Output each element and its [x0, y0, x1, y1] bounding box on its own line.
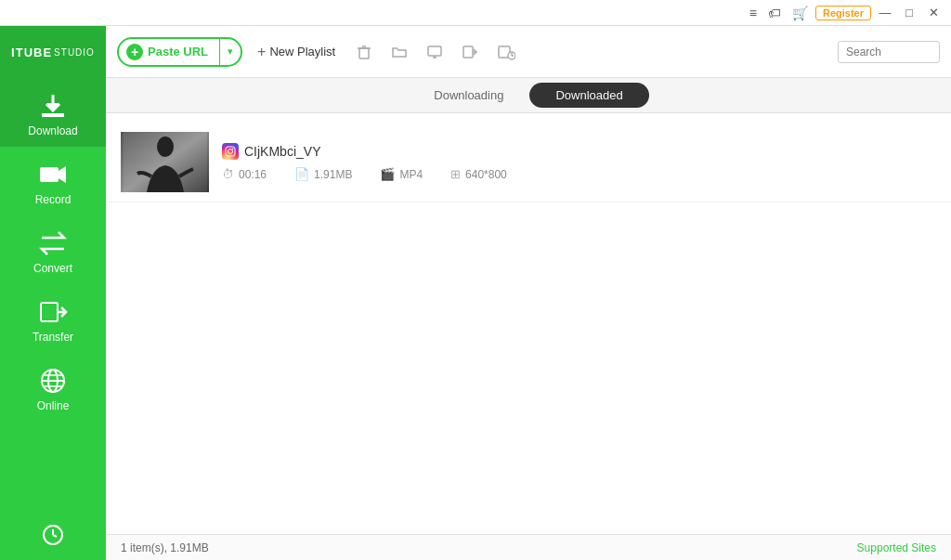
resolution-icon: ⊞: [450, 167, 461, 181]
sidebar-clock: [42, 524, 64, 551]
sidebar-logo: ITUBE STUDIO: [0, 26, 106, 78]
close-button[interactable]: ✕: [923, 3, 944, 23]
filesize-value: 1.91MB: [314, 168, 352, 181]
convert-button[interactable]: [491, 39, 521, 65]
new-playlist-plus-icon: +: [257, 44, 266, 60]
duration-value: 00:16: [239, 168, 267, 181]
sidebar-item-label-convert: Convert: [33, 262, 72, 275]
sidebar-item-transfer[interactable]: Transfer: [0, 284, 106, 353]
online-icon: [38, 366, 68, 396]
svg-rect-18: [428, 46, 441, 56]
meta-duration: ⏱ 00:16: [222, 167, 267, 181]
meta-filesize: 📄 1.91MB: [294, 167, 352, 181]
title-bar: ≡ 🏷 🛒 Register — □ ✕: [0, 0, 951, 26]
sidebar-item-download[interactable]: Download: [0, 78, 106, 147]
logo-studio: STUDIO: [54, 47, 95, 58]
tab-downloaded[interactable]: Downloaded: [529, 83, 648, 108]
paste-url-label: Paste URL: [148, 45, 208, 59]
move-button[interactable]: [456, 40, 484, 64]
toolbar: + Paste URL ▾ + New Playlist: [106, 26, 951, 78]
record-icon: [38, 160, 68, 189]
svg-rect-15: [359, 48, 369, 59]
paste-url-dropdown-arrow[interactable]: ▾: [220, 39, 241, 65]
search-input[interactable]: [838, 41, 940, 63]
transfer-icon: [38, 297, 68, 327]
tab-downloading[interactable]: Downloading: [408, 83, 529, 108]
thumbnail-svg: [124, 132, 207, 192]
svg-rect-1: [42, 113, 64, 116]
thumbnail-image: [121, 132, 209, 192]
trash-icon: [356, 44, 372, 60]
maximize-button[interactable]: □: [899, 3, 919, 23]
svg-line-14: [53, 535, 57, 537]
convert-icon: [38, 228, 68, 258]
sidebar-item-record[interactable]: Record: [0, 147, 106, 215]
svg-point-29: [157, 137, 174, 157]
sidebar-item-label-online: Online: [37, 399, 70, 412]
plus-circle-icon: +: [126, 44, 143, 60]
minimize-button[interactable]: —: [875, 3, 895, 23]
convert-tool-icon: [497, 43, 515, 61]
folder-button[interactable]: [385, 40, 413, 64]
svg-rect-5: [41, 303, 58, 321]
supported-sites-link[interactable]: Supported Sites: [857, 541, 936, 554]
app-body: ITUBE STUDIO Download Record: [0, 26, 951, 560]
svg-rect-30: [226, 147, 235, 156]
move-icon: [462, 44, 478, 60]
sidebar: ITUBE STUDIO Download Record: [0, 26, 106, 560]
monitor-icon: [426, 44, 443, 60]
svg-point-31: [228, 150, 233, 154]
item-title-row: CIjKMbci_VY: [222, 143, 936, 160]
new-playlist-button[interactable]: + New Playlist: [250, 44, 343, 60]
register-button[interactable]: Register: [815, 6, 871, 20]
resolution-value: 640*800: [465, 168, 507, 181]
sidebar-item-label-record: Record: [35, 193, 72, 206]
meta-format: 🎬 MP4: [380, 167, 423, 181]
logo-itube: ITUBE: [11, 46, 52, 59]
status-text: 1 item(s), 1.91MB: [121, 541, 209, 554]
svg-point-32: [232, 149, 234, 150]
sidebar-item-online[interactable]: Online: [0, 353, 106, 422]
file-size-icon: 📄: [294, 167, 309, 181]
instagram-icon: [222, 143, 239, 160]
tag-icon-btn[interactable]: 🏷: [764, 4, 785, 22]
paste-url-button[interactable]: + Paste URL ▾: [117, 37, 242, 67]
tabs-bar: Downloading Downloaded: [106, 78, 951, 113]
item-meta: ⏱ 00:16 📄 1.91MB 🎬 MP4 ⊞: [222, 167, 936, 181]
format-value: MP4: [399, 168, 423, 181]
sidebar-item-convert[interactable]: Convert: [0, 215, 106, 284]
sidebar-item-label-download: Download: [28, 124, 77, 137]
format-icon: 🎬: [380, 167, 395, 181]
item-info: CIjKMbci_VY ⏱ 00:16 📄 1.91MB 🎬: [222, 143, 936, 181]
svg-rect-3: [40, 167, 59, 182]
item-thumbnail: [121, 132, 209, 192]
item-title: CIjKMbci_VY: [244, 144, 320, 159]
clock-icon: ⏱: [222, 167, 234, 181]
table-row: CIjKMbci_VY ⏱ 00:16 📄 1.91MB 🎬: [106, 123, 951, 202]
main-content: + Paste URL ▾ + New Playlist: [106, 26, 951, 560]
content-area: CIjKMbci_VY ⏱ 00:16 📄 1.91MB 🎬: [106, 113, 951, 534]
new-playlist-label: New Playlist: [269, 45, 335, 59]
monitor-button[interactable]: [421, 40, 449, 64]
delete-button[interactable]: [350, 40, 378, 64]
title-bar-icons: ≡ 🏷 🛒 Register — □ ✕: [746, 3, 944, 23]
menu-icon-btn[interactable]: ≡: [746, 4, 761, 22]
folder-icon: [391, 44, 408, 60]
download-icon: [38, 91, 68, 121]
meta-resolution: ⊞ 640*800: [450, 167, 507, 181]
status-bar: 1 item(s), 1.91MB Supported Sites: [106, 534, 951, 560]
sidebar-item-label-transfer: Transfer: [33, 331, 73, 344]
cart-icon-btn[interactable]: 🛒: [788, 4, 812, 22]
svg-rect-21: [463, 46, 473, 58]
svg-marker-4: [59, 166, 66, 183]
